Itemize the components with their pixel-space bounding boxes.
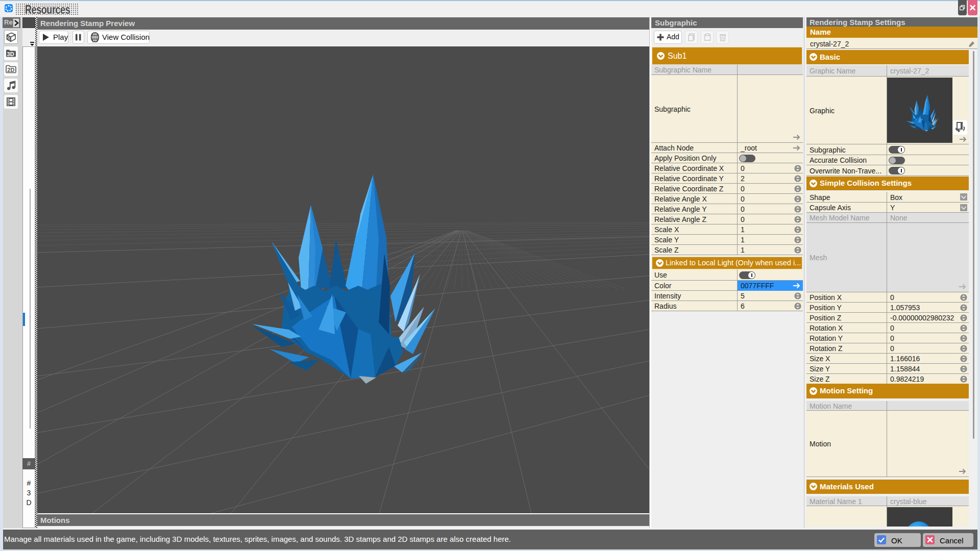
- svg-text:3D: 3D: [7, 51, 14, 57]
- svg-text:2D: 2D: [7, 67, 14, 73]
